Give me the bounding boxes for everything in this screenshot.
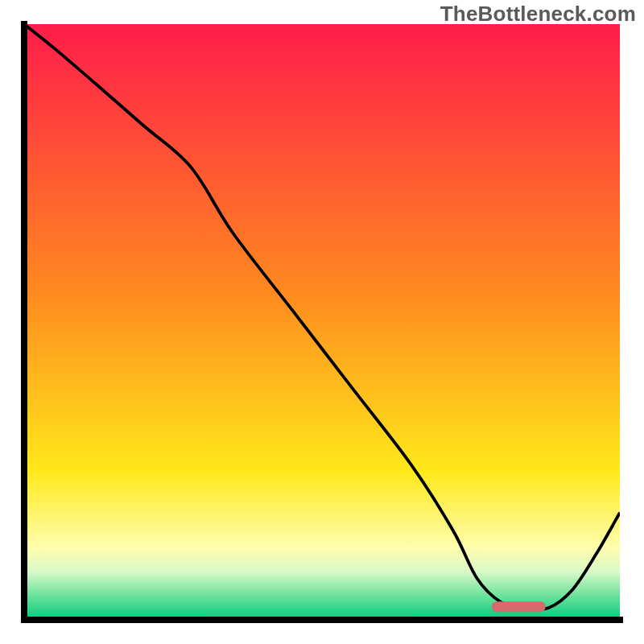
bottleneck-chart: [0, 0, 644, 644]
optimal-range-marker: [492, 601, 546, 612]
watermark-text: TheBottleneck.com: [440, 2, 636, 27]
chart-container: TheBottleneck.com: [0, 0, 644, 644]
heat-gradient-background: [24, 24, 620, 620]
